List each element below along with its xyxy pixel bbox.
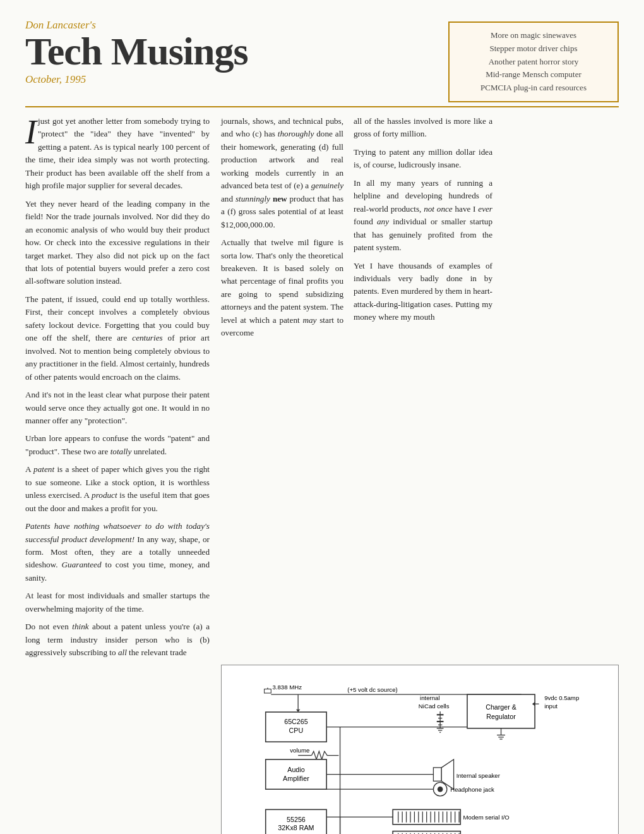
drop-cap: I xyxy=(25,119,37,145)
svg-text:Headphone jack: Headphone jack xyxy=(450,786,494,793)
para-8: At least for most individuals and smalle… xyxy=(25,589,210,615)
col-right: all of the hassles involved is more like… xyxy=(354,115,492,665)
para-m2: Actually that twelve mil figure is sorta… xyxy=(221,236,343,340)
svg-rect-6 xyxy=(265,689,271,692)
diagram-box: text { font-family: Arial, sans-serif; f… xyxy=(221,665,619,834)
date: October, 1995 xyxy=(25,73,436,86)
page-title: Tech Musings xyxy=(25,32,436,71)
svg-text:input: input xyxy=(544,702,558,709)
title-block: Don Lancaster's Tech Musings October, 19… xyxy=(25,19,436,88)
diagram-svg: text { font-family: Arial, sans-serif; f… xyxy=(230,674,609,834)
para-5: Urban lore appears to confuse the words … xyxy=(25,432,210,458)
sidebar-box: More on magic sinewaves Stepper motor dr… xyxy=(448,21,619,102)
svg-rect-11 xyxy=(467,694,535,728)
svg-text:Internal speaker: Internal speaker xyxy=(456,772,501,779)
para-4: And it's not in the least clear what pur… xyxy=(25,389,210,427)
bottom-area: text { font-family: Arial, sans-serif; f… xyxy=(25,665,619,834)
para-r3: In all my many years of running a helpli… xyxy=(354,177,492,255)
svg-text:3.838 MHz: 3.838 MHz xyxy=(272,683,302,690)
svg-text:Modem serial I/O: Modem serial I/O xyxy=(463,814,510,821)
svg-text:CPU: CPU xyxy=(289,727,304,734)
para-2: Yet they never heard of the leading comp… xyxy=(25,198,210,288)
para-9: Do not even think about a patent unless … xyxy=(25,620,210,659)
para-r4: Yet I have thousands of examples of indi… xyxy=(354,260,492,324)
svg-text:32Kx8 RAM: 32Kx8 RAM xyxy=(278,824,314,831)
svg-text:55256: 55256 xyxy=(287,815,306,823)
svg-text:65C265: 65C265 xyxy=(284,718,308,725)
para-7: Patents have nothing whatsoever to do wi… xyxy=(25,520,210,584)
svg-text:Audio: Audio xyxy=(287,766,304,773)
svg-text:Charger &: Charger & xyxy=(486,703,516,710)
page: Don Lancaster's Tech Musings October, 19… xyxy=(0,0,644,834)
main-content: I just got yet another letter from someb… xyxy=(25,115,619,665)
sidebar-line-2: Stepper motor driver chips xyxy=(460,42,607,56)
col-middle: journals, shows, and technical pubs, and… xyxy=(221,115,354,665)
bottom-right-col: text { font-family: Arial, sans-serif; f… xyxy=(221,665,619,834)
sidebar-line-1: More on magic sinewaves xyxy=(460,29,607,42)
para-1: I just got yet another letter from someb… xyxy=(25,115,210,193)
svg-text:Regulator: Regulator xyxy=(486,712,516,720)
para-r1: all of the hassles involved is more like… xyxy=(354,115,492,141)
svg-text:(+5 volt dc source): (+5 volt dc source) xyxy=(347,686,397,693)
svg-text:9vdc 0.5amp: 9vdc 0.5amp xyxy=(544,694,579,701)
sidebar-line-3: Another patent horror story xyxy=(460,56,607,69)
header-area: Don Lancaster's Tech Musings October, 19… xyxy=(25,19,619,102)
para-3: The patent, if issued, could end up tota… xyxy=(25,293,210,384)
para-m1: journals, shows, and technical pubs, and… xyxy=(221,115,343,231)
svg-rect-40 xyxy=(433,768,441,781)
svg-text:Amplifier: Amplifier xyxy=(283,775,309,782)
para-r2: Trying to patent any million dollar idea… xyxy=(354,146,492,172)
bottom-left-col xyxy=(25,665,221,834)
svg-text:NiCad cells: NiCad cells xyxy=(419,702,450,709)
sidebar-line-5: PCMCIA plug-in card resources xyxy=(460,82,607,95)
sidebar-line-4: Mid-range Mensch computer xyxy=(460,68,607,82)
col-left: I just got yet another letter from someb… xyxy=(25,115,221,665)
para-6: A patent is a sheet of paper which gives… xyxy=(25,463,210,515)
svg-text:internal: internal xyxy=(420,694,440,701)
svg-point-45 xyxy=(438,787,443,792)
header-rule xyxy=(25,106,619,107)
svg-text:volume: volume xyxy=(290,747,309,754)
